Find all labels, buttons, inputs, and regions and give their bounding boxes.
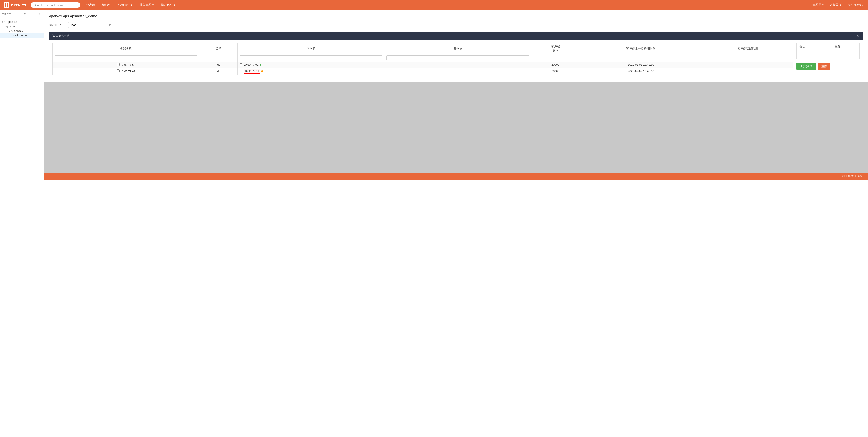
nav-item-quick-exec[interactable]: 快速执行 ▾	[117, 2, 134, 8]
col-outer-ip: 外网ip	[384, 43, 531, 54]
cell-error	[702, 68, 793, 75]
cell-type: idc	[199, 68, 238, 75]
section-body: 机器名称 类型 内网IP 外网ip 客户端版本 客户端上一次检测时间 客户端错误…	[49, 40, 863, 78]
refresh-icon[interactable]: ↻	[37, 12, 41, 16]
cell-inner-ip: 10.60.77.62	[238, 62, 384, 68]
tree-item-c3-demo[interactable]: ≡ c3_demo	[0, 33, 44, 38]
tree-item-open-c3[interactable]: ▾ ▷ open-c3	[0, 20, 44, 24]
sidebar: TREE ⊙ + − ↻ ▾ ▷ open-c3 ▾ ▷ ops	[0, 10, 44, 437]
tree-label: open-c3	[7, 20, 17, 24]
cell-client-ver: 20000	[531, 68, 580, 75]
arrow-icon: ▾	[2, 21, 3, 24]
nav-item-history[interactable]: 执行历史 ▾	[160, 2, 177, 8]
add-icon[interactable]: +	[29, 12, 32, 16]
table-row: 10.60.77.61 idc 10.60.77.61	[53, 68, 793, 75]
nav-item-biz[interactable]: 业务管理 ▾	[138, 2, 155, 8]
top-nav: OPEN-C3 仪表盘 流水线 快速执行 ▾ 业务管理 ▾ 执行历史 ▾ 管理员…	[0, 0, 868, 10]
svg-rect-0	[5, 3, 6, 5]
folder-icon: ▷	[4, 20, 6, 24]
tree-item-opsdev[interactable]: ▾ ▷ opsdev	[0, 29, 44, 33]
tree-label: opsdev	[14, 29, 23, 33]
row1-ip-checkbox[interactable]	[240, 63, 243, 66]
ip-highlight: 10.60.77.61	[244, 69, 260, 73]
node-table-left: 机器名称 类型 内网IP 外网ip 客户端版本 客户端上一次检测时间 客户端错误…	[53, 43, 793, 75]
status-dot-green	[260, 64, 261, 66]
sidebar-actions: ⊙ + − ↻	[23, 12, 41, 16]
cell-outer-ip	[384, 62, 531, 68]
node-table-right: 地址 操作 开始操作 清除	[796, 43, 860, 75]
col-last-check: 客户端上一次检测时间	[580, 43, 702, 54]
sidebar-title: TREE	[2, 12, 21, 16]
filter-row	[53, 54, 793, 62]
folder-icon: ▷	[7, 25, 9, 28]
filter-outer-ip[interactable]	[386, 55, 529, 60]
gray-area	[44, 82, 868, 173]
cell-client-ver: 20000	[531, 62, 580, 68]
nav-admin[interactable]: 管理员 ▾	[811, 2, 825, 8]
nav-open-c3[interactable]: OPEN-C3 ▾	[846, 2, 864, 8]
col-type: 类型	[199, 43, 238, 54]
clear-button[interactable]: 清除	[818, 63, 830, 70]
filter-machine-name[interactable]	[55, 55, 197, 60]
node-table: 机器名称 类型 内网IP 外网ip 客户端版本 客户端上一次检测时间 客户端错误…	[53, 43, 793, 75]
nav-connector[interactable]: 连接器 ▾	[829, 2, 843, 8]
logo: OPEN-C3	[4, 2, 26, 8]
nav-item-dashboard[interactable]: 仪表盘	[85, 2, 96, 8]
action-buttons: 开始操作 清除	[796, 63, 860, 70]
status-dot-orange	[261, 70, 263, 72]
right-col-addr-header: 地址	[796, 43, 833, 51]
footer-text: OPEN-C3 © 2021	[842, 175, 864, 178]
locate-icon[interactable]: ⊙	[23, 12, 27, 16]
section-header: 选择操作节点 ↻	[49, 32, 863, 40]
main: open-c3.ops.opsdev.c3_demo 执行账户 root adm…	[44, 10, 868, 437]
row1-checkbox[interactable]	[117, 63, 120, 66]
row2-ip-checkbox[interactable]	[240, 70, 243, 73]
list-icon: ≡	[13, 34, 14, 37]
start-button[interactable]: 开始操作	[796, 63, 816, 70]
row2-checkbox[interactable]	[117, 69, 120, 72]
right-table-header: 地址 操作	[796, 43, 860, 51]
cell-machine-name: 10.60.77.61	[53, 68, 199, 75]
tree-item-ops[interactable]: ▾ ▷ ops	[0, 24, 44, 29]
right-body-addr	[797, 51, 832, 59]
cell-machine-name: 10.60.77.62	[53, 62, 199, 68]
col-machine-name: 机器名称	[53, 43, 199, 54]
arrow-icon: ▾	[9, 30, 10, 33]
right-col-op-header: 操作	[833, 43, 860, 51]
col-inner-ip: 内网IP	[238, 43, 384, 54]
folder-icon: ▷	[11, 29, 13, 33]
col-error: 客户端错误原因	[702, 43, 793, 54]
minus-icon[interactable]: −	[33, 12, 36, 16]
cell-type: idc	[199, 62, 238, 68]
col-client-ver: 客户端版本	[531, 43, 580, 54]
footer: OPEN-C3 © 2021	[44, 173, 868, 180]
logo-icon	[4, 2, 9, 8]
svg-rect-3	[7, 5, 8, 7]
tree-label: c3_demo	[15, 34, 27, 37]
form-row-account: 执行账户 root admin deploy	[49, 22, 863, 28]
tree-label: ops	[10, 25, 15, 28]
cell-last-check: 2021-02-02 16:45:30	[580, 62, 702, 68]
cell-inner-ip: 10.60.77.61	[238, 68, 384, 75]
right-body-op	[832, 51, 859, 59]
account-select[interactable]: root admin deploy	[68, 22, 113, 28]
section-title: 选择操作节点	[52, 34, 70, 38]
logo-text: OPEN-C3	[11, 3, 26, 7]
page-title: open-c3.ops.opsdev.c3_demo	[49, 14, 863, 18]
search-input[interactable]	[31, 2, 80, 8]
tree-container: ▾ ▷ open-c3 ▾ ▷ ops ▾ ▷ opsdev ≡	[0, 18, 44, 437]
table-row: 10.60.77.62 idc 10.60.77.62	[53, 62, 793, 68]
section-refresh-button[interactable]: ↻	[857, 34, 860, 38]
layout: TREE ⊙ + − ↻ ▾ ▷ open-c3 ▾ ▷ ops	[0, 10, 868, 437]
select-node-section: 选择操作节点 ↻ 机器名称 类型 内网IP	[49, 32, 863, 78]
cell-outer-ip	[384, 68, 531, 75]
nav-right: 管理员 ▾ 连接器 ▾ OPEN-C3 ▾	[811, 2, 864, 8]
cell-last-check: 2021-02-02 16:45:30	[580, 68, 702, 75]
main-content: open-c3.ops.opsdev.c3_demo 执行账户 root adm…	[44, 10, 868, 82]
table-wrap: 机器名称 类型 内网IP 外网ip 客户端版本 客户端上一次检测时间 客户端错误…	[53, 43, 860, 75]
filter-inner-ip[interactable]	[240, 55, 382, 60]
sidebar-header: TREE ⊙ + − ↻	[0, 10, 44, 18]
arrow-icon: ▾	[5, 25, 7, 28]
nav-item-pipeline[interactable]: 流水线	[101, 2, 113, 8]
svg-rect-1	[7, 3, 8, 5]
